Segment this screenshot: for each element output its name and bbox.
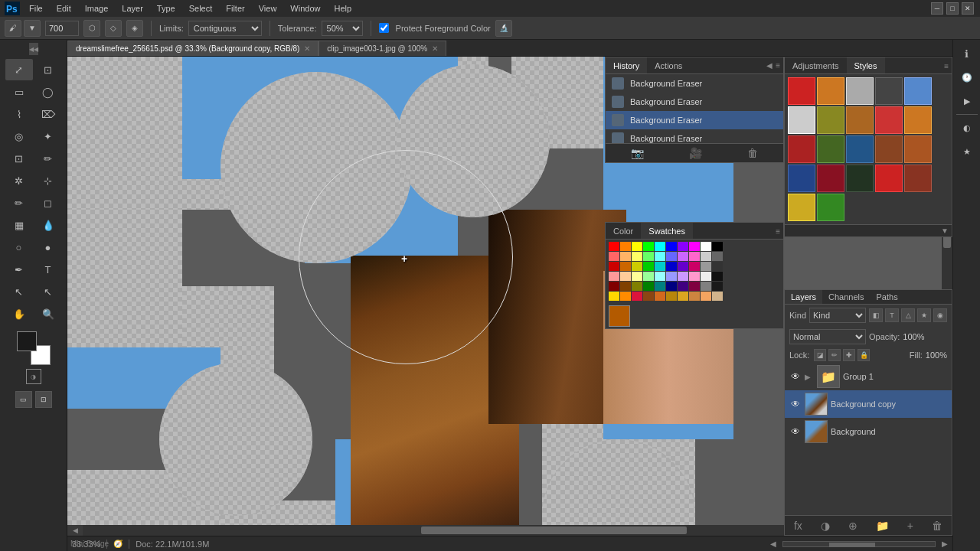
color-swatch-48[interactable] xyxy=(701,282,711,291)
marquee-rect-tool[interactable]: ▭ xyxy=(5,81,33,103)
tool-preset-btn[interactable]: ▼ xyxy=(24,20,41,37)
color-swatch-12[interactable] xyxy=(632,252,642,261)
current-tool-icon[interactable]: 🖌 xyxy=(5,20,21,37)
menu-type[interactable]: Type xyxy=(151,2,181,15)
artboard-tool[interactable]: ⊡ xyxy=(34,59,62,80)
pen-tool[interactable]: ✒ xyxy=(5,259,33,280)
add-mask-btn[interactable]: ◑ xyxy=(821,520,830,532)
color-swatch-6[interactable] xyxy=(678,242,688,251)
add-layer-btn[interactable]: + xyxy=(907,520,913,532)
color-swatch-30[interactable] xyxy=(609,272,619,281)
style-item-15[interactable] xyxy=(788,165,815,192)
style-item-13[interactable] xyxy=(875,135,903,163)
eyedropper-tool[interactable]: ✏ xyxy=(34,148,62,169)
brush-settings-1[interactable]: ◇ xyxy=(105,20,122,37)
add-adjustment-btn[interactable]: ⊕ xyxy=(848,520,858,532)
dodge-tool[interactable]: ○ xyxy=(5,236,33,258)
brush-settings-2[interactable]: ◈ xyxy=(126,20,143,37)
color-swatch-16[interactable] xyxy=(678,252,688,261)
style-item-5[interactable] xyxy=(788,106,815,134)
style-item-21[interactable] xyxy=(817,194,844,221)
adj-panel-menu[interactable]: ≡ xyxy=(944,62,949,70)
color-swatch-2[interactable] xyxy=(632,242,642,251)
styles-expand-btn[interactable]: ▼ xyxy=(941,227,949,235)
filter-color-icon[interactable]: ◉ xyxy=(933,308,947,322)
lock-image-icon[interactable]: ✏ xyxy=(828,349,841,361)
history-item-2[interactable]: Background Eraser xyxy=(606,111,783,129)
style-item-11[interactable] xyxy=(817,135,844,163)
swatches-tab[interactable]: Swatches xyxy=(641,223,693,239)
panel-collapse-btn[interactable]: ◀◀ xyxy=(29,43,38,55)
color-swatch-28[interactable] xyxy=(701,262,711,271)
color-swatch-22[interactable] xyxy=(632,262,642,271)
foreground-color[interactable] xyxy=(17,331,37,351)
color-swatch-33[interactable] xyxy=(643,272,654,281)
color-swatch-50[interactable] xyxy=(609,292,619,301)
polygon-lasso-tool[interactable]: ⌦ xyxy=(34,103,62,125)
lock-transparent-icon[interactable]: ◪ xyxy=(814,349,826,361)
brush-tool[interactable]: ✏ xyxy=(5,192,33,214)
add-style-btn[interactable]: fx xyxy=(794,520,802,532)
style-item-4[interactable] xyxy=(904,77,932,105)
color-swatch-45[interactable] xyxy=(666,282,677,291)
mini-bridge-label[interactable]: Mini Bridge xyxy=(67,540,109,548)
add-group-btn[interactable]: 📁 xyxy=(876,520,889,532)
color-swatch-32[interactable] xyxy=(632,272,642,281)
menu-help[interactable]: Help xyxy=(328,2,358,15)
direct-selection-tool[interactable]: ↖ xyxy=(34,281,62,302)
healing-brush-tool[interactable]: ✲ xyxy=(5,170,33,191)
close-btn[interactable]: ✕ xyxy=(962,2,974,15)
style-item-1[interactable] xyxy=(817,77,844,105)
color-swatch-55[interactable] xyxy=(666,292,677,301)
move-tool[interactable]: ⤢ xyxy=(5,59,33,80)
limits-select[interactable]: Contiguous Discontiguous Find Edges xyxy=(188,21,262,36)
path-selection-tool[interactable]: ↖ xyxy=(5,281,33,302)
minimize-btn[interactable]: ─ xyxy=(931,2,943,15)
color-swatch-59[interactable] xyxy=(712,292,723,301)
color-swatch-41[interactable] xyxy=(620,282,631,291)
color-swatch-0[interactable] xyxy=(609,242,619,251)
filter-type-icon[interactable]: T xyxy=(885,308,899,322)
tab-0[interactable]: dreamslimefree_256615.psd @ 33.3% (Backg… xyxy=(67,41,318,56)
filter-smart-icon[interactable]: ★ xyxy=(917,308,931,322)
color-swatch-49[interactable] xyxy=(712,282,723,291)
color-swatch-27[interactable] xyxy=(689,262,700,271)
color-swatch-17[interactable] xyxy=(689,252,700,261)
filter-pixel-icon[interactable]: ◧ xyxy=(869,308,883,322)
menu-view[interactable]: View xyxy=(253,2,283,15)
color-swatch-37[interactable] xyxy=(689,272,700,281)
color-swatch-20[interactable] xyxy=(609,262,619,271)
menu-edit[interactable]: Edit xyxy=(51,2,77,15)
color-swatch-38[interactable] xyxy=(701,272,711,281)
styles-tab[interactable]: Styles xyxy=(847,57,885,73)
menu-select[interactable]: Select xyxy=(183,2,219,15)
tab-1-close[interactable]: ✕ xyxy=(432,44,438,53)
right-actions-btn[interactable]: ▶ xyxy=(956,90,978,112)
color-swatch-44[interactable] xyxy=(655,282,665,291)
hand-tool[interactable]: ✋ xyxy=(5,303,33,324)
zoom-tool[interactable]: 🔍 xyxy=(34,303,62,324)
paths-tab[interactable]: Paths xyxy=(871,290,904,304)
style-item-18[interactable] xyxy=(875,165,903,192)
color-swatch-8[interactable] xyxy=(701,242,711,251)
color-swatch-19[interactable] xyxy=(712,252,723,261)
color-swatch-23[interactable] xyxy=(643,262,654,271)
tab-1[interactable]: clip_image003-1.jpg @ 100% ✕ xyxy=(318,41,446,56)
color-swatch-31[interactable] xyxy=(620,272,631,281)
color-swatch-47[interactable] xyxy=(689,282,700,291)
lock-position-icon[interactable]: ✚ xyxy=(843,349,855,361)
color-swatch-53[interactable] xyxy=(643,292,654,301)
style-item-3[interactable] xyxy=(875,77,903,105)
style-item-9[interactable] xyxy=(904,106,932,134)
color-panel-menu[interactable]: ≡ xyxy=(776,227,780,236)
style-item-19[interactable] xyxy=(904,165,932,192)
burn-tool[interactable]: ● xyxy=(34,236,62,258)
menu-window[interactable]: Window xyxy=(284,2,326,15)
tab-0-close[interactable]: ✕ xyxy=(304,44,310,53)
protect-checkbox[interactable] xyxy=(379,23,389,33)
brush-size-box[interactable]: 700 xyxy=(45,21,79,36)
color-swatch-43[interactable] xyxy=(643,282,654,291)
history-delete-btn[interactable]: 🗑 xyxy=(747,147,758,159)
color-swatch-9[interactable] xyxy=(712,242,723,251)
status-arrow-left[interactable]: ◀ xyxy=(770,540,776,548)
